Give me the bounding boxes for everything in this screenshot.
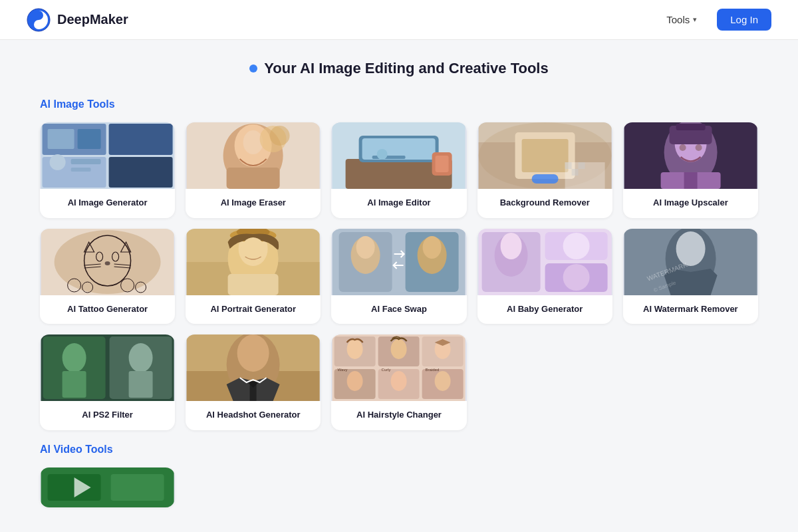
svg-point-27 — [377, 149, 388, 160]
svg-point-19 — [270, 126, 290, 146]
tool-label-ai-baby-generator: AI Baby Generator — [477, 295, 612, 325]
svg-point-117 — [435, 371, 451, 391]
tool-label-ai-image-editor: AI Image Editor — [331, 189, 466, 218]
tool-card-img-ai-portrait-generator — [186, 229, 321, 295]
tool-card-ai-portrait-generator[interactable]: AI Portrait Generator — [186, 229, 321, 325]
tool-card-img-background-remover — [477, 122, 612, 189]
nav-right: Tools ▾ Log In — [660, 9, 771, 31]
svg-point-86 — [676, 231, 705, 266]
main-content: Your AI Image Editing and Creative Tools… — [27, 40, 771, 532]
tool-label-ai-image-upscaler: AI Image Upscaler — [623, 189, 758, 218]
tool-card-img-ai-face-swap — [331, 229, 466, 295]
tool-label-background-remover: Background Remover — [477, 189, 612, 218]
svg-rect-7 — [109, 157, 173, 188]
svg-rect-8 — [48, 129, 74, 149]
tool-label-ai-headshot-generator: AI Headshot Generator — [186, 401, 321, 430]
tool-card-ai-hairstyle-changer[interactable]: Wavy Curly Braided — [331, 334, 466, 430]
svg-rect-34 — [565, 162, 571, 169]
svg-point-43 — [679, 144, 686, 151]
tool-card-background-remover[interactable]: Background Remover — [477, 122, 612, 218]
tool-card-img-ai-watermark-remover: WATERMARK © Sample — [623, 229, 758, 295]
hero-section: Your AI Image Editing and Creative Tools — [40, 60, 758, 77]
tool-label-ai-image-generator: AI Image Generator — [40, 189, 175, 218]
brand-name: DeepMaker — [57, 12, 128, 27]
svg-rect-32 — [521, 139, 568, 172]
svg-rect-36 — [578, 162, 585, 169]
chevron-down-icon: ▾ — [693, 15, 697, 24]
svg-point-100 — [237, 334, 269, 372]
svg-rect-11 — [71, 159, 101, 164]
tool-card-img-ai-tattoo-generator — [40, 229, 175, 295]
svg-rect-25 — [436, 156, 449, 172]
tool-card-ai-tattoo-generator[interactable]: AI Tattoo Generator — [40, 229, 175, 325]
svg-rect-5 — [109, 124, 173, 155]
video-tools-section-title: AI Video Tools — [40, 444, 758, 456]
svg-point-82 — [563, 233, 589, 259]
image-tools-section: AI Image Tools — [40, 98, 758, 430]
tool-card-img-ai-baby-generator — [477, 229, 612, 295]
tool-card-img-ai-image-upscaler — [623, 122, 758, 189]
tool-card-img-ai-headshot-generator — [186, 334, 321, 401]
svg-text:Curly: Curly — [382, 368, 391, 372]
tool-card-img-ai-image-eraser — [186, 122, 321, 189]
tool-card-img-ai-image-editor — [331, 122, 466, 189]
tool-card-img-video-partial — [40, 467, 175, 507]
tool-card-img-ai-image-generator — [40, 122, 175, 189]
svg-rect-121 — [111, 474, 164, 501]
svg-rect-9 — [78, 129, 101, 149]
tool-card-ai-image-generator[interactable]: AI Image Generator — [40, 122, 175, 218]
svg-rect-42 — [676, 124, 705, 130]
svg-point-2 — [37, 23, 41, 27]
tool-card-video-partial[interactable] — [40, 467, 175, 507]
svg-point-112 — [347, 339, 363, 359]
svg-point-116 — [391, 371, 407, 391]
tool-card-ai-watermark-remover[interactable]: WATERMARK © Sample AI Watermark Remover — [623, 229, 758, 325]
hero-dot-icon — [249, 65, 257, 72]
image-tools-row-2: AI Tattoo Generator — [40, 229, 758, 325]
svg-point-79 — [500, 233, 521, 259]
tools-label: Tools — [666, 14, 690, 25]
svg-rect-35 — [571, 169, 578, 176]
image-tools-row-1: AI Image Generator — [40, 122, 758, 218]
login-button[interactable]: Log In — [717, 9, 771, 31]
svg-rect-68 — [228, 274, 279, 295]
tool-card-ai-image-editor[interactable]: AI Image Editor — [331, 122, 466, 218]
video-tools-section: AI Video Tools — [40, 444, 758, 507]
logo-icon — [27, 8, 51, 32]
navbar: DeepMaker Tools ▾ Log In — [0, 0, 798, 40]
svg-point-1 — [37, 13, 41, 17]
svg-point-67 — [241, 237, 265, 264]
tool-label-ai-watermark-remover: AI Watermark Remover — [623, 295, 758, 325]
svg-rect-16 — [227, 168, 280, 189]
tool-card-ai-image-eraser[interactable]: AI Image Eraser — [186, 122, 321, 218]
tool-card-ai-baby-generator[interactable]: AI Baby Generator — [477, 229, 612, 325]
svg-point-72 — [356, 236, 375, 259]
tools-menu-button[interactable]: Tools ▾ — [660, 10, 704, 29]
svg-point-115 — [347, 371, 363, 391]
svg-point-83 — [563, 264, 589, 291]
svg-point-95 — [129, 343, 153, 372]
tool-label-ai-face-swap: AI Face Swap — [331, 295, 466, 325]
tool-label-ai-tattoo-generator: AI Tattoo Generator — [40, 295, 175, 325]
image-tools-row-3: AI PS2 Filter — [40, 334, 758, 430]
svg-text:Braided: Braided — [426, 368, 440, 372]
tool-card-ai-headshot-generator[interactable]: AI Headshot Generator — [186, 334, 321, 430]
image-tools-section-title: AI Image Tools — [40, 98, 758, 110]
svg-rect-94 — [43, 336, 106, 399]
svg-point-75 — [423, 236, 442, 259]
tool-card-ai-image-upscaler[interactable]: AI Image Upscaler — [623, 122, 758, 218]
hero-title: Your AI Image Editing and Creative Tools — [264, 60, 548, 77]
nav-left: DeepMaker — [27, 8, 128, 32]
video-tools-grid — [40, 467, 758, 507]
svg-rect-12 — [71, 168, 91, 172]
tool-card-ai-face-swap[interactable]: AI Face Swap — [331, 229, 466, 325]
tool-card-ai-ps2-filter[interactable]: AI PS2 Filter — [40, 334, 175, 430]
svg-point-17 — [243, 130, 263, 154]
svg-point-10 — [50, 154, 66, 170]
tool-label-ai-ps2-filter: AI PS2 Filter — [40, 401, 175, 430]
svg-rect-46 — [684, 172, 697, 189]
tool-card-img-ai-hairstyle-changer: Wavy Curly Braided — [331, 334, 466, 401]
svg-rect-37 — [531, 174, 558, 184]
tool-label-ai-portrait-generator: AI Portrait Generator — [186, 295, 321, 325]
tool-card-img-ai-ps2-filter — [40, 334, 175, 401]
